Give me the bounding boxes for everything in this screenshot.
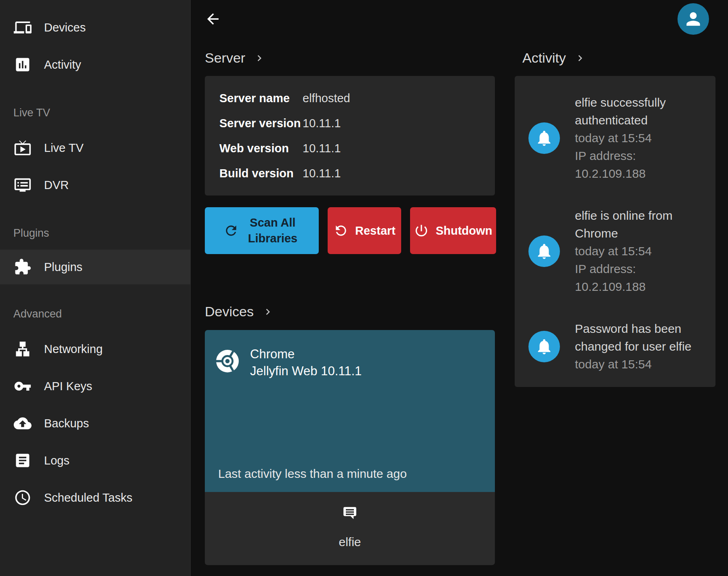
sidebar-item-label: Devices: [44, 21, 86, 34]
user-avatar-button[interactable]: [678, 3, 709, 35]
scheduled-tasks-icon: [13, 488, 32, 507]
bell-icon: [528, 235, 560, 267]
server-info-row: Web version 10.11.1: [219, 136, 480, 161]
main-column: Server Server name elfhosted Server vers…: [191, 0, 505, 576]
server-info-row: Server version 10.11.1: [219, 111, 480, 136]
logs-icon: [13, 451, 32, 470]
activity-message: elfie successfully authenticated: [575, 94, 704, 129]
devices-icon: [13, 18, 32, 37]
device-last-activity: Last activity less than a minute ago: [215, 467, 487, 481]
build-version-label: Build version: [219, 161, 303, 186]
server-name-label: Server name: [219, 86, 303, 111]
activity-icon: [13, 55, 32, 74]
activity-message: Password has been changed for user elfie: [575, 320, 704, 355]
backups-icon: [13, 414, 32, 433]
activity-item-text: Password has been changed for user elfie…: [575, 320, 704, 373]
chrome-icon: [215, 346, 240, 374]
sidebar-item-plugins[interactable]: Plugins: [0, 250, 190, 284]
live-tv-icon: [13, 139, 32, 157]
sidebar-item-networking[interactable]: Networking: [0, 330, 190, 368]
sidebar-item-label: Live TV: [44, 141, 84, 155]
restart-icon: [333, 223, 349, 238]
sidebar-item-api-keys[interactable]: API Keys: [0, 368, 190, 405]
server-actions: Scan All Libraries Restart Shutdown: [205, 207, 505, 254]
refresh-icon: [223, 223, 239, 238]
device-user-name: elfie: [339, 535, 361, 549]
jellyfin-dashboard: { "colors": { "accent_blue": "#2aa4dc", …: [0, 0, 728, 576]
scan-all-libraries-button[interactable]: Scan All Libraries: [205, 207, 319, 254]
sidebar-item-scheduled-tasks[interactable]: Scheduled Tasks: [0, 479, 190, 516]
power-icon: [414, 223, 429, 238]
back-arrow-icon: [204, 11, 223, 27]
dvr-icon: [13, 176, 32, 194]
bell-icon: [528, 331, 560, 362]
api-keys-icon: [13, 377, 32, 395]
restart-button[interactable]: Restart: [328, 207, 401, 254]
sidebar: DevicesActivityLive TVLive TVDVRPluginsP…: [0, 0, 191, 576]
server-section-link[interactable]: Server: [205, 50, 265, 66]
user-avatar-icon: [683, 9, 703, 29]
networking-icon: [13, 340, 32, 358]
device-header: Chrome Jellyfin Web 10.11.1: [215, 346, 487, 380]
activity-item: Password has been changed for user elfie…: [528, 320, 704, 373]
chevron-right-icon: [262, 306, 274, 318]
sidebar-item-label: DVR: [44, 179, 69, 192]
activity-ip: IP address: 10.2.109.188: [575, 147, 704, 183]
activity-message: elfie is online from Chrome: [575, 207, 704, 242]
server-name-value: elfhosted: [303, 86, 350, 111]
devices-section-link[interactable]: Devices: [205, 304, 274, 320]
sidebar-item-label: Logs: [44, 454, 69, 467]
web-version-label: Web version: [219, 136, 303, 161]
sidebar-item-label: Scheduled Tasks: [44, 491, 133, 505]
server-version-label: Server version: [219, 111, 303, 136]
message-icon: [342, 505, 358, 521]
device-client: Jellyfin Web 10.11.1: [250, 363, 362, 380]
sidebar-nav: DevicesActivityLive TVLive TVDVRPluginsP…: [0, 9, 190, 516]
device-user-area: elfie: [205, 492, 495, 565]
activity-item: elfie successfully authenticatedtoday at…: [528, 94, 704, 183]
sidebar-item-devices[interactable]: Devices: [0, 9, 190, 46]
activity-date: today at 15:54: [575, 242, 704, 260]
sidebar-item-label: Activity: [44, 58, 81, 71]
chevron-right-icon: [253, 52, 265, 64]
server-info-card: Server name elfhosted Server version 10.…: [205, 76, 495, 196]
sidebar-item-logs[interactable]: Logs: [0, 442, 190, 479]
activity-ip: IP address: 10.2.109.188: [575, 260, 704, 296]
server-section-title: Server: [205, 50, 245, 66]
activity-item-text: elfie is online from Chrometoday at 15:5…: [575, 207, 704, 296]
sidebar-item-backups[interactable]: Backups: [0, 405, 190, 442]
sidebar-item-activity[interactable]: Activity: [0, 46, 190, 83]
device-name: Chrome: [250, 346, 362, 363]
activity-panel: elfie successfully authenticatedtoday at…: [515, 76, 715, 387]
activity-item: elfie is online from Chrometoday at 15:5…: [528, 207, 704, 296]
sidebar-section-header-live-tv: Live TV: [13, 104, 190, 121]
activity-section-title: Activity: [522, 50, 566, 66]
build-version-value: 10.11.1: [303, 161, 341, 186]
sidebar-item-live-tv[interactable]: Live TV: [0, 129, 190, 166]
activity-column: Activity elfie successfully authenticate…: [505, 0, 728, 576]
chevron-right-icon: [574, 52, 586, 64]
server-info-row: Build version 10.11.1: [219, 161, 480, 186]
web-version-value: 10.11.1: [303, 136, 341, 161]
sidebar-item-dvr[interactable]: DVR: [0, 166, 190, 204]
sidebar-section-header-plugins: Plugins: [13, 225, 190, 242]
devices-section-title: Devices: [205, 304, 254, 320]
activity-section-link[interactable]: Activity: [522, 50, 586, 66]
sidebar-item-label: Plugins: [44, 261, 82, 274]
server-version-value: 10.11.1: [303, 111, 341, 136]
device-card-chrome[interactable]: Chrome Jellyfin Web 10.11.1 Last activit…: [205, 330, 495, 565]
server-info-row: Server name elfhosted: [219, 86, 480, 111]
back-button[interactable]: [204, 10, 223, 28]
sidebar-item-label: Backups: [44, 417, 89, 430]
activity-date: today at 15:54: [575, 129, 704, 147]
plugins-icon: [13, 258, 32, 276]
device-session-area: Chrome Jellyfin Web 10.11.1 Last activit…: [205, 330, 495, 492]
sidebar-item-label: API Keys: [44, 380, 92, 393]
sidebar-section-header-advanced: Advanced: [13, 305, 190, 322]
bell-icon: [528, 122, 560, 154]
activity-date: today at 15:54: [575, 355, 704, 373]
shutdown-button[interactable]: Shutdown: [410, 207, 496, 254]
activity-item-text: elfie successfully authenticatedtoday at…: [575, 94, 704, 183]
sidebar-item-label: Networking: [44, 343, 103, 356]
